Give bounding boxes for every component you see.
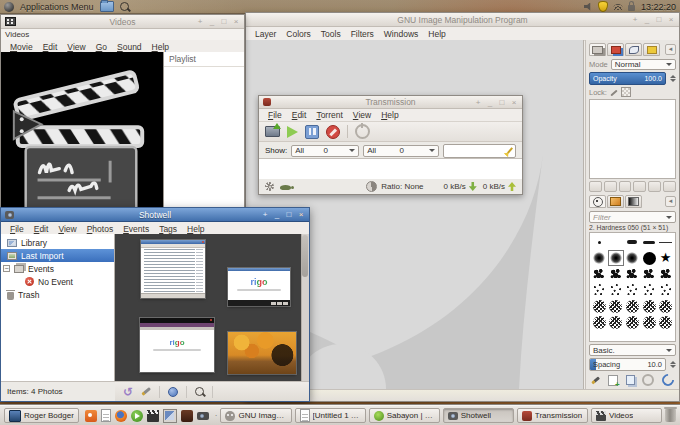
remove-torrent-icon[interactable] <box>326 125 340 139</box>
photo-grid-scrollbar[interactable] <box>301 234 309 381</box>
volume-icon[interactable] <box>584 3 593 11</box>
trash-icon[interactable] <box>665 409 676 422</box>
maximize-icon[interactable]: □ <box>285 210 293 219</box>
photo-thumbnail-rigo-browser[interactable]: rigo <box>228 268 290 306</box>
brush-swatch[interactable] <box>657 314 674 330</box>
sidebar-item-events[interactable]: −Events <box>1 262 114 275</box>
applications-menu-button[interactable]: Applications Menu <box>20 2 94 12</box>
sidebar-item-no-event[interactable]: No Event <box>1 275 114 288</box>
lock-alpha-icon[interactable] <box>621 87 631 97</box>
shade-icon[interactable]: + <box>261 210 269 219</box>
menu-sound[interactable]: Sound <box>112 42 147 52</box>
videos-titlebar[interactable]: Videos + _ □ × <box>1 15 244 29</box>
brush-swatch[interactable] <box>641 250 658 266</box>
layers-tab[interactable] <box>589 43 606 56</box>
close-icon[interactable]: × <box>510 98 518 107</box>
menu-edit[interactable]: Edit <box>38 42 63 52</box>
photo-thumbnail-file-list[interactable] <box>141 240 205 298</box>
brush-swatch[interactable] <box>657 298 674 314</box>
shield-icon[interactable] <box>598 1 608 12</box>
brushes-tab[interactable] <box>589 195 606 208</box>
firefox-launcher-icon[interactable] <box>115 410 127 422</box>
maximize-icon[interactable]: □ <box>220 17 228 26</box>
opacity-slider[interactable]: Opacity 100.0 <box>589 72 666 85</box>
anchor-layer-button[interactable] <box>648 181 661 192</box>
taskbar-button-roger-bodger[interactable]: Roger Bodger <box>4 408 79 423</box>
delete-brush-icon[interactable] <box>642 374 654 386</box>
edit-brush-icon[interactable] <box>591 376 600 384</box>
taskbar-button-videos[interactable]: Videos <box>591 408 662 423</box>
brush-swatch[interactable] <box>608 250 625 266</box>
rotate-icon[interactable]: ↺ <box>123 387 133 397</box>
photo-grid[interactable]: rigo rigo <box>115 234 309 381</box>
brush-filter-input[interactable]: Filter <box>589 211 676 223</box>
sidebar-item-trash[interactable]: Trash <box>1 288 114 301</box>
duplicate-layer-button[interactable] <box>633 181 646 192</box>
menu-edit[interactable]: Edit <box>29 224 54 234</box>
player-launcher-icon[interactable] <box>131 410 143 422</box>
turtle-icon[interactable] <box>280 185 291 190</box>
opacity-spinner[interactable] <box>669 75 676 82</box>
layers-list[interactable] <box>589 99 676 179</box>
brush-swatch[interactable] <box>641 298 658 314</box>
brush-swatch[interactable] <box>591 314 608 330</box>
paths-tab[interactable] <box>625 43 642 56</box>
new-layer-button[interactable] <box>589 181 602 192</box>
menu-help[interactable]: Help <box>423 29 450 39</box>
camera-launcher-icon[interactable] <box>197 412 209 420</box>
publish-icon[interactable] <box>168 387 178 397</box>
gear-icon[interactable] <box>265 182 274 191</box>
spacing-slider[interactable]: Spacing 10.0 <box>589 358 666 371</box>
dock-menu-button[interactable]: ◂ <box>665 44 676 55</box>
menu-edit[interactable]: Edit <box>287 110 312 120</box>
brush-swatch[interactable] <box>624 282 641 298</box>
photo-thumbnail-autumn[interactable] <box>228 332 296 374</box>
file-manager-icon[interactable] <box>100 1 114 12</box>
gimp-titlebar[interactable]: GNU Image Manipulation Program + _ □ × <box>246 13 679 27</box>
search-icon[interactable] <box>120 2 129 11</box>
brush-swatch[interactable] <box>641 282 658 298</box>
brush-swatch[interactable] <box>591 298 608 314</box>
close-icon[interactable]: × <box>667 15 675 24</box>
menu-tools[interactable]: Tools <box>316 29 346 39</box>
brush-swatch[interactable] <box>608 282 625 298</box>
menu-file[interactable]: File <box>5 224 29 234</box>
applications-menu-icon[interactable] <box>4 2 14 12</box>
transmission-titlebar[interactable]: Transmission + _ □ × <box>259 96 522 109</box>
brush-swatch[interactable] <box>591 282 608 298</box>
photo-thumbnail-rigo-dark[interactable]: rigo <box>140 318 214 372</box>
shade-icon[interactable]: + <box>474 98 482 107</box>
search-icon[interactable] <box>195 387 204 396</box>
start-torrent-icon[interactable] <box>287 126 298 138</box>
close-icon[interactable]: × <box>232 17 240 26</box>
patterns-tab[interactable] <box>607 195 624 208</box>
menu-movie[interactable]: Movie <box>5 42 38 52</box>
raise-layer-button[interactable] <box>604 181 617 192</box>
taskbar-button-untitled-1-libreoffic[interactable]: [Untitled 1 - LibreOffic... <box>295 408 366 423</box>
menu-layer[interactable]: Layer <box>250 29 281 39</box>
refresh-brushes-icon[interactable] <box>660 372 677 389</box>
lock-icon[interactable] <box>628 5 635 11</box>
wifi-icon[interactable] <box>613 4 623 10</box>
menu-view[interactable]: View <box>348 110 376 120</box>
menu-filters[interactable]: Filters <box>346 29 379 39</box>
menu-file[interactable]: File <box>263 110 287 120</box>
menu-photos[interactable]: Photos <box>82 224 118 234</box>
menu-view[interactable]: View <box>53 224 81 234</box>
shotwell-titlebar[interactable]: Shotwell + _ □ × <box>1 208 309 222</box>
expander-icon[interactable]: − <box>3 265 10 272</box>
tracker-filter-select[interactable]: All 0 <box>291 145 359 157</box>
brush-swatch[interactable] <box>591 250 608 266</box>
cinema-launcher-icon[interactable] <box>147 410 159 422</box>
menu-help[interactable]: Help <box>376 110 403 120</box>
taskbar-button-gnu-image-manipulat[interactable]: GNU Image Manipulat... <box>220 408 291 423</box>
video-display-area[interactable] <box>1 52 163 209</box>
brush-swatch[interactable] <box>657 250 674 266</box>
sidebar-item-last-import[interactable]: Last Import <box>1 249 114 262</box>
maximize-icon[interactable]: □ <box>655 15 663 24</box>
pause-torrent-icon[interactable] <box>305 125 319 139</box>
taskbar-button-shotwell[interactable]: Shotwell <box>443 408 514 423</box>
brush-swatch[interactable] <box>608 234 625 250</box>
document-launcher-icon[interactable] <box>101 409 111 422</box>
gradients-tab[interactable] <box>625 195 642 208</box>
